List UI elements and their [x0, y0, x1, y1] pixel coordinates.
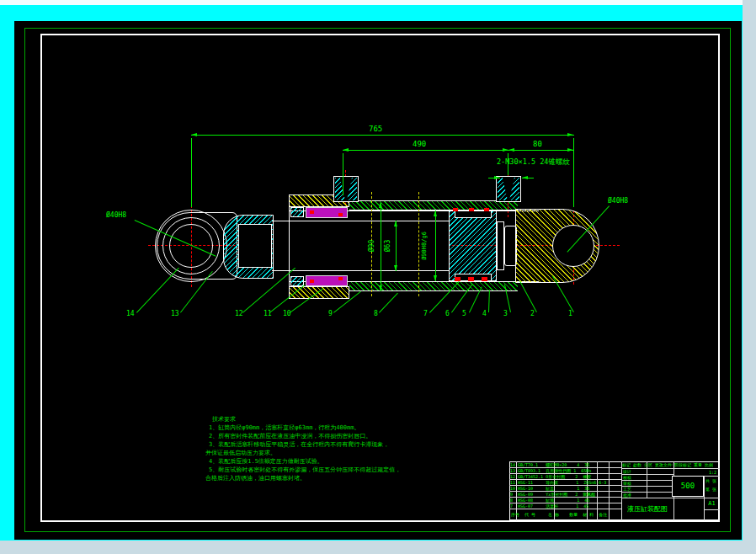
tb-hline-9 [704, 509, 720, 510]
cad-drawing-window: 765 490 80 2-M30×1.5 24锥螺纹 Ø90 Ø63 Ø90H8… [0, 0, 756, 554]
notes-line-7: 合格后注入防锈油，油口用螺塞封堵。 [205, 475, 306, 483]
tb-sig-review: 审核 [623, 481, 631, 487]
part-num-11: 11 [264, 310, 272, 317]
piston-seal-mark-6 [482, 277, 487, 281]
bom-row-1: 14 GB/T70.1 螺钉M8×20 4 35 [510, 462, 620, 468]
window-edge-right [743, 0, 756, 554]
port-left-wall-a [335, 178, 345, 200]
tb-stage-header: 阶段标记 重量 比例 [674, 462, 720, 468]
dim-765-ext-right [573, 138, 574, 207]
dim-fit-arrow-bottom [434, 275, 437, 281]
dim-bore-line [381, 202, 381, 291]
thread-callout-text: 2-M30×1.5 24锥螺纹 [497, 158, 570, 166]
bom-row-3: 12 GB/T3452.1 O形密封圈 2 橡胶 [510, 474, 620, 480]
rod-head-pocket [238, 224, 272, 268]
notes-line-6: 5、耐压试验时各密封处不得有外渗漏，保压五分钟压降不得超过规定值， [209, 466, 401, 475]
part-num-2: 2 [530, 310, 535, 317]
dim-bore-arrow-bottom [379, 285, 382, 291]
notes-line-5: 4、装配后应按1.5倍额定压力做耐压试验。 [209, 458, 323, 466]
tb-weight-cell: 500 [672, 476, 704, 497]
dim-bore-text: Ø90 [368, 227, 376, 264]
part-num-13: 13 [171, 310, 179, 317]
oring-dot-2 [338, 213, 343, 216]
tb-hline-7 [673, 468, 720, 469]
notes-line-4: 并保证最低启动压力要求。 [205, 450, 276, 458]
dim-490-arrow-left [343, 148, 349, 152]
part-num-6: 6 [445, 310, 450, 317]
dim-765-ext-left [191, 138, 192, 207]
bom-row-4: 11 HSG-11 导向套 1 ZQSn6-6-3 [510, 480, 620, 486]
piston-groove-top [455, 210, 492, 218]
dim-765-line [191, 135, 574, 136]
piston-seal-mark-4 [455, 277, 461, 281]
tube-wall-top [349, 200, 518, 210]
dim-490-ext-left [343, 153, 343, 195]
dim-765-text: 765 [369, 125, 382, 133]
part-num-7: 7 [423, 310, 428, 317]
oring-dot-4 [338, 277, 343, 280]
bom-row-7: 8 HSG-08 缸筒 1 45 [510, 498, 620, 503]
dim-80-text: 80 [533, 140, 542, 148]
dim-80-line [508, 150, 573, 151]
oring-dot-1 [310, 210, 314, 214]
tb-sheet-num: 第 张 [705, 487, 716, 493]
piston-seal-mark-1 [453, 208, 458, 211]
notes-line-3: 3、装配后活塞杆移动应平稳灵活，在全行程内不得有爬行卡滞现象， [209, 441, 389, 450]
tb-sig-process: 工艺 [623, 487, 631, 493]
dim-490-arrow-right [503, 148, 508, 152]
tb-sheet-total: 共 张 [705, 478, 716, 484]
bom-row-5: 10 HSG-10 缸盖 1 35 [510, 486, 620, 492]
gland-bushing-top [290, 207, 304, 217]
tb-paper-size: A1 [704, 498, 720, 509]
part-num-14: 14 [126, 310, 135, 317]
gland-retainer-bottom [289, 286, 349, 299]
port-right-wall-b [509, 178, 519, 200]
port-left [333, 176, 359, 202]
thread-arrow-left [494, 176, 500, 179]
port-right-wall-a [498, 178, 508, 200]
part-num-10: 10 [283, 310, 291, 317]
window-edge-top [0, 0, 756, 5]
tube-wall-bottom [349, 281, 518, 291]
part-num-3: 3 [503, 310, 508, 317]
gland-face-line [289, 194, 290, 299]
part-num-8: 8 [374, 310, 378, 317]
oring-dot-3 [310, 280, 314, 283]
window-edge-bottom [0, 541, 743, 554]
bom-row-8: 7 HSG-07 活塞杆 1 45 [510, 503, 620, 509]
part-num-5: 5 [462, 310, 466, 317]
thread-arrow-right [522, 176, 528, 179]
port-left-wall-b [347, 178, 357, 200]
break-line-2 [418, 192, 419, 296]
port-right [496, 176, 521, 202]
dim-bore-arrow-top [379, 202, 382, 208]
notes-line-1: 1、缸筒内径φ90mm，活塞杆直径φ63mm，行程为400mm。 [209, 424, 359, 433]
tb-sig-check: 校核 [623, 475, 631, 481]
piston-seal-mark-5 [468, 277, 474, 281]
notes-title: 技术要求 [212, 416, 236, 424]
dim-80-arrow-left [508, 148, 514, 152]
part-num-4: 4 [482, 310, 487, 317]
notes-line-2: 2、所有密封件装配前应在液压油中浸润，不得损伤密封唇口。 [209, 433, 371, 441]
bom-row-2: 13 GB/T893.1 孔用弹性挡圈 1 65Mn [510, 468, 620, 474]
bom-header: 序号 代 号 名 称 数量 材 料 备注 [511, 512, 621, 518]
dim-fit-arrow-top [434, 210, 437, 216]
dim-765-arrow-left [191, 133, 197, 136]
piston [449, 210, 497, 281]
piston-seal-mark-3 [484, 208, 489, 211]
dim-rod-line [396, 221, 397, 271]
dim-fit-line [435, 210, 436, 281]
dim-rod-arrow-top [394, 221, 397, 226]
tb-scale: 1:2 [709, 470, 716, 476]
dim-490-text: 490 [413, 140, 426, 148]
dim-rod-text: Ø63 [384, 227, 392, 264]
gland-bushing-bottom [290, 276, 304, 286]
part-num-12: 12 [235, 310, 243, 317]
part-num-1: 1 [568, 310, 572, 317]
dim-80-arrow-right [567, 148, 573, 152]
dim-765-arrow-right [567, 133, 573, 136]
right-eye-dia-text: Ø40H8 [608, 197, 628, 205]
dim-fit-text: Ø90H8/g6 [421, 219, 429, 273]
tb-change-row: 标记 处数 分区 更改文件号 签名 年月日 [622, 462, 673, 468]
dim-490-line [343, 150, 508, 151]
